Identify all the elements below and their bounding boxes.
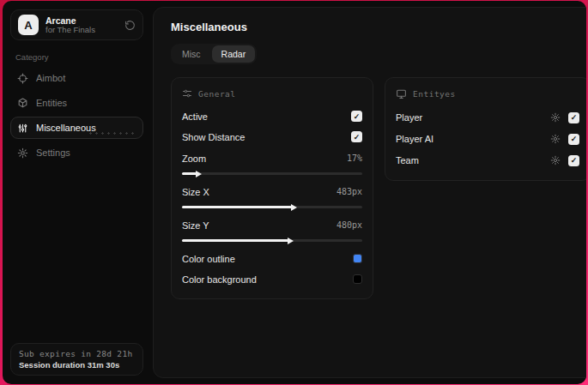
entity-row-team: Team ✓ (396, 151, 579, 170)
refresh-icon[interactable] (124, 20, 136, 31)
entity-row-player-ai: Player AI ✓ (396, 129, 579, 148)
slider-fill (182, 172, 197, 175)
app-window: A Arcane for The Finals Category Aimbot (3, 1, 586, 384)
brand-title: Arcane (45, 15, 118, 26)
player-ai-checkbox[interactable]: ✓ (568, 134, 579, 145)
entity-label: Player AI (396, 134, 433, 144)
size-y-slider[interactable] (182, 239, 362, 242)
entities-card-title: Entityes (413, 89, 456, 99)
slider-label-row: Size X 483px (182, 183, 362, 201)
color-label: Color background (182, 274, 257, 285)
session-duration-text: Session duration 31m 30s (19, 360, 135, 370)
slider-value: 480px (336, 220, 362, 230)
entities-card-header: Entityes (396, 88, 579, 99)
sidebar: A Arcane for The Finals Category Aimbot (3, 1, 151, 384)
crosshair-icon (17, 73, 28, 84)
entity-row-player: Player ✓ (396, 108, 579, 127)
slider-value: 483px (336, 187, 362, 196)
general-card-header: General (182, 88, 362, 99)
gear-icon (17, 147, 28, 159)
sidebar-item-label: Entities (36, 98, 67, 108)
player-checkbox[interactable]: ✓ (568, 112, 579, 123)
sub-expiry-text: Sub expires in 28d 21h (19, 349, 135, 358)
brand-subtitle: for The Finals (45, 26, 118, 35)
zoom-slider[interactable] (182, 172, 362, 175)
page-title: Miscellaneous (171, 21, 586, 33)
main-panel: Miscellaneous Misc Radar General Active (153, 7, 586, 378)
player-ai-gear-icon[interactable] (550, 134, 561, 144)
zoom-slider-group: Zoom 17% (182, 149, 362, 175)
team-checkbox[interactable]: ✓ (568, 155, 579, 166)
sidebar-item-entities[interactable]: Entities (10, 92, 143, 114)
entities-card: Entityes Player ✓ (385, 77, 586, 181)
entities-icon (17, 98, 28, 109)
sidebar-item-label: Aimbot (36, 73, 65, 83)
subscription-card: Sub expires in 28d 21h Session duration … (10, 343, 143, 376)
entity-label: Player (396, 112, 422, 123)
team-gear-icon[interactable] (550, 155, 561, 165)
slider-label: Zoom (182, 153, 206, 164)
size-x-slider-group: Size X 483px (182, 183, 362, 208)
slider-label-row: Size Y 480px (182, 216, 362, 234)
color-label: Color outline (182, 254, 235, 264)
toggle-label: Active (182, 111, 208, 122)
sidebar-item-miscellaneous[interactable]: Miscellaneous (10, 117, 143, 139)
cards-row: General Active ✓ Show Distance ✓ Zoom 17… (171, 77, 586, 299)
toggle-row-show-distance: Show Distance ✓ (182, 128, 362, 146)
size-x-slider[interactable] (182, 206, 362, 208)
toggle-label: Show Distance (182, 132, 245, 142)
player-gear-icon[interactable] (550, 112, 561, 123)
color-outline-swatch[interactable] (353, 254, 362, 263)
slider-label: Size X (182, 187, 209, 197)
sidebar-item-aimbot[interactable]: Aimbot (10, 67, 143, 89)
color-background-swatch[interactable] (353, 274, 362, 284)
brand-card: A Arcane for The Finals (10, 9, 143, 40)
entity-label: Team (396, 155, 419, 165)
sliders-icon (182, 88, 192, 99)
toggle-row-active: Active ✓ (182, 107, 362, 125)
category-label: Category (15, 52, 143, 62)
sidebar-nav: Aimbot Entities Miscellaneous (10, 67, 143, 164)
adjustments-icon (17, 123, 28, 134)
color-outline-row: Color outline (182, 250, 362, 268)
color-background-row: Color background (182, 270, 362, 288)
slider-fill (182, 206, 292, 208)
slider-value: 17% (347, 153, 362, 163)
slider-label: Size Y (182, 220, 209, 231)
general-card: General Active ✓ Show Distance ✓ Zoom 17… (171, 77, 373, 299)
slider-fill (182, 239, 288, 242)
active-checkbox[interactable]: ✓ (351, 111, 362, 122)
sidebar-item-label: Settings (36, 147, 70, 158)
tab-misc[interactable]: Misc (173, 45, 210, 63)
monitor-icon (396, 88, 407, 99)
slider-label-row: Zoom 17% (182, 149, 362, 167)
size-y-slider-group: Size Y 480px (182, 216, 362, 242)
sidebar-item-settings[interactable]: Settings (10, 141, 143, 164)
brand-text: Arcane for The Finals (45, 15, 118, 35)
app-logo: A (18, 15, 39, 35)
general-card-title: General (198, 89, 236, 99)
tab-radar[interactable]: Radar (212, 45, 256, 63)
dots-decoration (88, 130, 136, 136)
show-distance-checkbox[interactable]: ✓ (351, 131, 362, 142)
tab-bar: Misc Radar (171, 44, 257, 64)
